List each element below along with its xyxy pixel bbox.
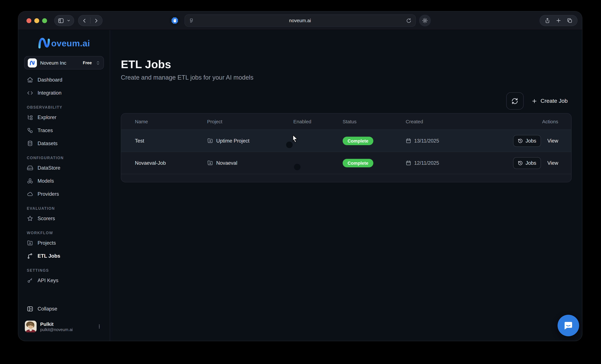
status-badge: Complete: [343, 159, 373, 167]
collapse-sidebar-button[interactable]: Collapse: [24, 302, 104, 316]
page-controls: Create Job: [121, 92, 571, 110]
user-menu-kebab-icon[interactable]: [95, 323, 103, 330]
new-tab-icon[interactable]: [556, 18, 561, 23]
noveum-logo: oveum.ai: [24, 37, 104, 49]
user-name: Pulkit: [40, 321, 92, 327]
folder-git-icon: [207, 138, 213, 144]
sidebar-toggle-group[interactable]: [54, 15, 74, 26]
chat-widget-button[interactable]: [558, 315, 579, 336]
chevrons-up-down-icon: [96, 60, 100, 65]
jobs-button-label: Jobs: [526, 160, 536, 166]
column-header-enabled: Enabled: [293, 119, 343, 124]
tab-actions-group: [540, 15, 578, 26]
back-button[interactable]: [82, 18, 87, 23]
status-badge: Complete: [343, 136, 373, 145]
job-project: Novaeval: [207, 160, 293, 166]
created-date-text: 12/11/2025: [414, 160, 439, 166]
sidebar-item-etl-jobs[interactable]: ETL Jobs: [24, 249, 104, 263]
content-blocker-extension-icon[interactable]: [169, 15, 180, 26]
browser-settings-button[interactable]: [419, 15, 431, 26]
sidebar-item-explorer[interactable]: Explorer: [24, 111, 104, 124]
view-link[interactable]: View: [547, 138, 558, 144]
hard-drive-icon: [27, 165, 33, 171]
job-name: Test: [135, 138, 207, 144]
sidebar-item-models[interactable]: Models: [24, 174, 104, 188]
toolbar-divider: [90, 18, 90, 23]
sidebar-nav: Dashboard Integration OBSERVABILITY Expl…: [24, 73, 104, 287]
sidebar-item-projects[interactable]: Projects: [24, 237, 104, 249]
noveum-logo-mark: [38, 38, 50, 49]
created-date-text: 13/11/2025: [414, 138, 439, 144]
sidebar-item-datasets[interactable]: Datasets: [24, 137, 104, 150]
database-icon: [27, 140, 33, 147]
browser-window: noveum.ai: [18, 11, 582, 341]
forward-button[interactable]: [93, 18, 99, 23]
calendar-icon: [406, 160, 411, 166]
sidebar-item-label: Dashboard: [38, 77, 62, 83]
jobs-button[interactable]: Jobs: [513, 157, 541, 169]
org-selector[interactable]: Noveum Inc Free: [24, 56, 104, 69]
sidebar-item-label: Scorers: [38, 216, 55, 221]
sidebar-item-scorers[interactable]: Scorers: [24, 212, 104, 225]
row-actions: Jobs View: [513, 157, 558, 169]
sidebar-item-label: Explorer: [38, 115, 56, 120]
job-project: Uptime Project: [207, 138, 293, 144]
address-bar[interactable]: noveum.ai: [185, 14, 416, 27]
page-subtitle: Create and manage ETL jobs for your AI m…: [121, 74, 571, 81]
tab-overview-icon[interactable]: [567, 18, 572, 23]
code-icon: [27, 90, 33, 96]
cloud-icon: [27, 191, 33, 197]
sidebar-item-api-keys[interactable]: API Keys: [24, 274, 104, 287]
zoom-window-button[interactable]: [42, 18, 47, 23]
folder-git-icon: [27, 240, 33, 246]
page-title: ETL Jobs: [121, 58, 571, 71]
reload-icon[interactable]: [406, 18, 411, 23]
jobs-button-label: Jobs: [526, 138, 536, 144]
sidebar-item-label: Integration: [38, 90, 61, 96]
plus-icon: [531, 98, 537, 104]
collapse-label: Collapse: [38, 306, 57, 312]
key-icon: [27, 277, 33, 284]
sidebar-toggle-icon[interactable]: [58, 18, 64, 24]
column-header-project: Project: [207, 119, 293, 124]
history-nav-group: [78, 15, 102, 26]
job-name: Novaeval-Job: [135, 160, 207, 166]
created-date: 12/11/2025: [406, 160, 513, 166]
table-header-row: Name Project Enabled Status Created Acti…: [121, 114, 571, 130]
sidebar-item-label: Traces: [38, 127, 53, 134]
project-name: Novaeval: [216, 160, 237, 166]
sidebar-item-integration[interactable]: Integration: [24, 86, 104, 99]
window-controls: [26, 18, 47, 23]
org-avatar: [28, 58, 37, 67]
chevron-down-icon[interactable]: [67, 19, 70, 22]
create-job-button[interactable]: Create Job: [531, 98, 568, 104]
sidebar-item-label: DataStore: [38, 165, 60, 171]
created-date: 13/11/2025: [406, 138, 513, 144]
sidebar-item-datastore[interactable]: DataStore: [24, 162, 104, 174]
sidebar-item-label: Providers: [38, 191, 59, 197]
minimize-window-button[interactable]: [34, 18, 39, 23]
sidebar-item-label: ETL Jobs: [38, 253, 60, 259]
sidebar-item-providers[interactable]: Providers: [24, 188, 104, 201]
boxes-icon: [27, 178, 33, 184]
history-icon: [518, 160, 523, 165]
refresh-button[interactable]: [506, 92, 524, 110]
table-row: Novaeval-Job Novaeval Complete 12/11/202…: [121, 152, 571, 174]
project-name: Uptime Project: [216, 138, 249, 144]
avatar: [25, 321, 37, 332]
noveum-logo-text: oveum.ai: [51, 38, 90, 48]
sidebar-item-label: API Keys: [38, 278, 59, 283]
panel-left-close-icon: [27, 306, 33, 312]
reader-view-icon[interactable]: [189, 18, 194, 23]
main-content: ETL Jobs Create and manage ETL jobs for …: [110, 30, 582, 341]
share-icon[interactable]: [544, 18, 550, 23]
sidebar-item-traces[interactable]: Traces: [24, 124, 104, 137]
close-window-button[interactable]: [26, 18, 31, 23]
user-profile[interactable]: Pulkit pulkit@noveum.ai: [24, 321, 104, 341]
jobs-button[interactable]: Jobs: [513, 135, 541, 147]
sidebar-item-label: Datasets: [38, 141, 58, 146]
url-text[interactable]: noveum.ai: [194, 18, 406, 23]
sidebar-item-dashboard[interactable]: Dashboard: [24, 73, 104, 86]
chat-bubble-icon: [563, 320, 574, 331]
view-link[interactable]: View: [547, 160, 558, 166]
